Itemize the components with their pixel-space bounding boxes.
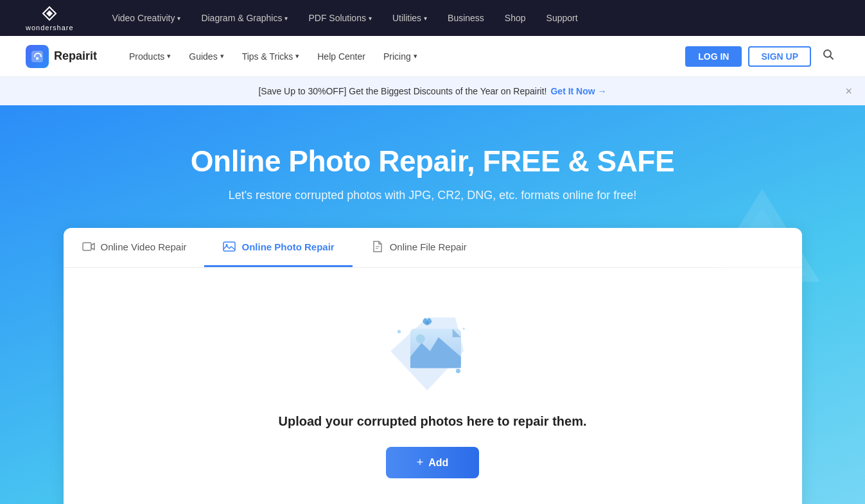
add-icon: + xyxy=(417,456,424,469)
second-nav: Repairit Products ▾ Guides ▾ Tips & Tric… xyxy=(0,36,865,77)
promo-banner: [Save Up to 30%OFF] Get the Biggest Disc… xyxy=(0,77,865,105)
top-nav-shop[interactable]: Shop xyxy=(505,13,526,23)
chevron-down-icon: ▾ xyxy=(414,52,417,60)
top-nav-business[interactable]: Business xyxy=(448,13,484,23)
wondershare-logo[interactable]: wondershare xyxy=(26,4,74,31)
svg-point-13 xyxy=(425,321,428,324)
svg-point-16 xyxy=(462,327,465,330)
signup-button[interactable]: SIGN UP xyxy=(748,46,811,67)
top-nav: wondershare Video Creativity ▾ Diagram &… xyxy=(0,0,865,36)
top-nav-items: Video Creativity ▾ Diagram & Graphics ▾ … xyxy=(112,13,839,23)
chevron-down-icon: ▾ xyxy=(284,15,288,22)
hero-bg-decoration xyxy=(698,182,826,313)
top-nav-diagram-graphics[interactable]: Diagram & Graphics ▾ xyxy=(201,13,288,23)
search-icon xyxy=(823,49,834,60)
chevron-down-icon: ▾ xyxy=(220,52,224,60)
second-nav-actions: LOG IN SIGN UP xyxy=(685,46,839,67)
nav-products[interactable]: Products ▾ xyxy=(123,48,177,65)
nav-tips-tricks[interactable]: Tips & Tricks ▾ xyxy=(236,48,306,65)
file-tab-icon xyxy=(371,239,385,254)
hero-section: Online Photo Repair, FREE & SAFE Let's r… xyxy=(0,105,865,504)
tab-photo-repair[interactable]: Online Photo Repair xyxy=(204,228,352,267)
wondershare-text: wondershare xyxy=(26,24,74,31)
promo-cta-link[interactable]: Get It Now → xyxy=(550,86,606,96)
svg-point-14 xyxy=(455,369,460,373)
upload-illustration xyxy=(381,306,484,396)
tab-photo-label: Online Photo Repair xyxy=(241,241,334,252)
tabs-header: Online Video Repair Online Photo Repair xyxy=(64,228,802,268)
repairit-icon xyxy=(26,45,49,68)
chevron-down-icon: ▾ xyxy=(177,15,180,22)
upload-text: Upload your corrupted photos here to rep… xyxy=(278,414,586,429)
chevron-down-icon: ▾ xyxy=(167,52,171,60)
nav-guides[interactable]: Guides ▾ xyxy=(182,48,230,65)
top-nav-utilities[interactable]: Utilities ▾ xyxy=(392,13,427,23)
svg-rect-6 xyxy=(223,242,235,251)
tabs-panel: Online Video Repair Online Photo Repair xyxy=(64,228,802,504)
tab-file-repair[interactable]: Online File Repair xyxy=(353,228,485,267)
brand-area[interactable]: Repairit xyxy=(26,45,97,68)
promo-text: [Save Up to 30%OFF] Get the Biggest Disc… xyxy=(258,86,546,96)
tab-video-repair[interactable]: Online Video Repair xyxy=(64,228,205,267)
photo-tab-icon xyxy=(222,239,236,254)
svg-point-1 xyxy=(36,57,39,60)
second-nav-items: Products ▾ Guides ▾ Tips & Tricks ▾ Help… xyxy=(123,48,685,65)
top-nav-pdf-solutions[interactable]: PDF Solutions ▾ xyxy=(308,13,371,23)
tab-file-label: Online File Repair xyxy=(390,241,467,252)
svg-point-15 xyxy=(397,330,400,333)
svg-point-12 xyxy=(415,335,424,343)
chevron-down-icon: ▾ xyxy=(424,15,427,22)
svg-rect-5 xyxy=(83,243,91,250)
nav-pricing[interactable]: Pricing ▾ xyxy=(377,48,424,65)
top-nav-video-creativity[interactable]: Video Creativity ▾ xyxy=(112,13,181,23)
add-label: Add xyxy=(428,457,448,469)
brand-name: Repairit xyxy=(54,49,97,63)
hero-subtitle: Let's restore corrupted photos with JPG,… xyxy=(229,189,637,202)
upload-area: Upload your corrupted photos here to rep… xyxy=(64,268,802,504)
add-button[interactable]: + Add xyxy=(386,447,480,478)
banner-close-button[interactable]: × xyxy=(845,85,852,98)
top-nav-support[interactable]: Support xyxy=(546,13,578,23)
search-button[interactable] xyxy=(817,46,839,66)
nav-help-center[interactable]: Help Center xyxy=(311,48,372,65)
chevron-down-icon: ▾ xyxy=(295,52,299,60)
chevron-down-icon: ▾ xyxy=(369,15,372,22)
tab-video-label: Online Video Repair xyxy=(101,241,187,252)
hero-title: Online Photo Repair, FREE & SAFE xyxy=(191,144,674,178)
login-button[interactable]: LOG IN xyxy=(685,46,742,67)
video-tab-icon xyxy=(82,239,96,254)
